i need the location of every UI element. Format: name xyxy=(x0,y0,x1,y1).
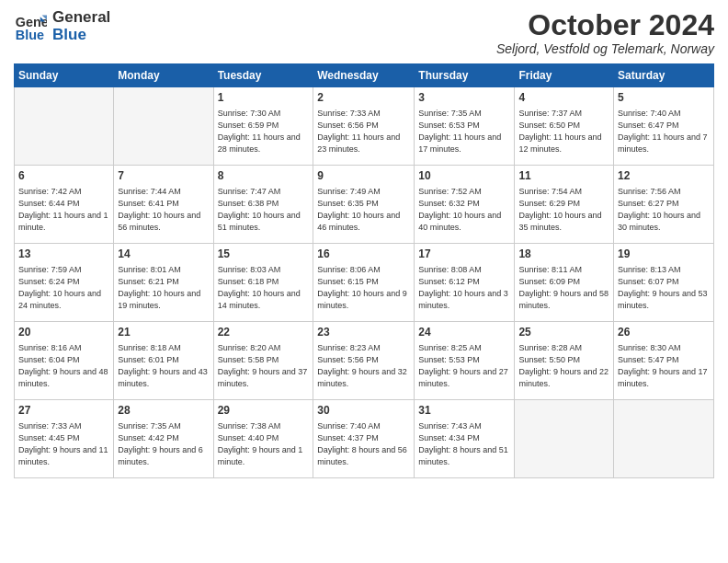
calendar-cell: 2Sunrise: 7:33 AM Sunset: 6:56 PM Daylig… xyxy=(313,87,415,166)
calendar-cell: 16Sunrise: 8:06 AM Sunset: 6:15 PM Dayli… xyxy=(313,244,415,322)
calendar-cell: 8Sunrise: 7:47 AM Sunset: 6:38 PM Daylig… xyxy=(213,166,313,244)
day-info: Sunrise: 7:42 AM Sunset: 6:44 PM Dayligh… xyxy=(18,186,109,234)
day-number: 28 xyxy=(118,403,209,419)
day-number: 14 xyxy=(118,247,209,262)
calendar-cell: 3Sunrise: 7:35 AM Sunset: 6:53 PM Daylig… xyxy=(415,87,515,166)
day-info: Sunrise: 8:06 AM Sunset: 6:15 PM Dayligh… xyxy=(317,264,410,312)
day-info: Sunrise: 7:30 AM Sunset: 6:59 PM Dayligh… xyxy=(218,108,310,155)
day-info: Sunrise: 7:40 AM Sunset: 6:47 PM Dayligh… xyxy=(618,108,710,155)
calendar-header-row: SundayMondayTuesdayWednesdayThursdayFrid… xyxy=(15,64,714,87)
calendar-cell: 21Sunrise: 8:18 AM Sunset: 6:01 PM Dayli… xyxy=(114,322,213,400)
calendar-cell: 27Sunrise: 7:33 AM Sunset: 4:45 PM Dayli… xyxy=(15,400,114,478)
day-info: Sunrise: 8:28 AM Sunset: 5:50 PM Dayligh… xyxy=(518,342,609,390)
calendar-cell xyxy=(614,400,714,478)
day-number: 25 xyxy=(518,325,609,340)
calendar-cell: 9Sunrise: 7:49 AM Sunset: 6:35 PM Daylig… xyxy=(313,166,415,244)
day-info: Sunrise: 7:40 AM Sunset: 4:37 PM Dayligh… xyxy=(317,420,410,468)
day-number: 2 xyxy=(317,90,410,106)
weekday-header-tuesday: Tuesday xyxy=(213,64,313,87)
day-number: 21 xyxy=(118,325,209,340)
day-number: 1 xyxy=(218,90,310,106)
calendar-cell: 4Sunrise: 7:37 AM Sunset: 6:50 PM Daylig… xyxy=(515,87,614,166)
calendar-week-3: 13Sunrise: 7:59 AM Sunset: 6:24 PM Dayli… xyxy=(15,244,714,322)
day-number: 7 xyxy=(118,168,209,184)
calendar-cell: 11Sunrise: 7:54 AM Sunset: 6:29 PM Dayli… xyxy=(515,166,614,244)
day-number: 29 xyxy=(218,403,310,419)
day-number: 5 xyxy=(618,90,710,106)
calendar-cell: 24Sunrise: 8:25 AM Sunset: 5:53 PM Dayli… xyxy=(415,322,515,400)
calendar-body: 1Sunrise: 7:30 AM Sunset: 6:59 PM Daylig… xyxy=(15,87,714,478)
day-info: Sunrise: 7:37 AM Sunset: 6:50 PM Dayligh… xyxy=(518,108,609,155)
calendar-cell: 14Sunrise: 8:01 AM Sunset: 6:21 PM Dayli… xyxy=(114,244,213,322)
day-number: 31 xyxy=(418,403,510,419)
day-number: 12 xyxy=(618,168,710,184)
day-info: Sunrise: 8:11 AM Sunset: 6:09 PM Dayligh… xyxy=(518,264,609,312)
day-number: 11 xyxy=(518,168,609,184)
calendar-week-4: 20Sunrise: 8:16 AM Sunset: 6:04 PM Dayli… xyxy=(15,322,714,400)
day-info: Sunrise: 7:54 AM Sunset: 6:29 PM Dayligh… xyxy=(518,186,609,234)
logo: General Blue General Blue xyxy=(14,9,110,43)
calendar-cell: 6Sunrise: 7:42 AM Sunset: 6:44 PM Daylig… xyxy=(15,166,114,244)
weekday-header-monday: Monday xyxy=(114,64,213,87)
calendar-cell: 30Sunrise: 7:40 AM Sunset: 4:37 PM Dayli… xyxy=(313,400,415,478)
header: General Blue General Blue October 2024 S… xyxy=(14,9,714,56)
calendar-cell: 15Sunrise: 8:03 AM Sunset: 6:18 PM Dayli… xyxy=(213,244,313,322)
day-info: Sunrise: 8:16 AM Sunset: 6:04 PM Dayligh… xyxy=(18,342,109,390)
title-area: October 2024 Seljord, Vestfold og Telema… xyxy=(496,9,714,56)
day-number: 10 xyxy=(418,168,510,184)
calendar-cell: 12Sunrise: 7:56 AM Sunset: 6:27 PM Dayli… xyxy=(614,166,714,244)
calendar-cell: 18Sunrise: 8:11 AM Sunset: 6:09 PM Dayli… xyxy=(515,244,614,322)
day-info: Sunrise: 8:13 AM Sunset: 6:07 PM Dayligh… xyxy=(618,264,710,312)
day-number: 4 xyxy=(518,90,609,106)
calendar-cell xyxy=(15,87,114,166)
logo-general: General xyxy=(52,9,110,27)
logo-blue: Blue xyxy=(52,27,110,44)
calendar-cell: 26Sunrise: 8:30 AM Sunset: 5:47 PM Dayli… xyxy=(614,322,714,400)
day-info: Sunrise: 7:44 AM Sunset: 6:41 PM Dayligh… xyxy=(118,186,209,234)
day-number: 15 xyxy=(218,247,310,262)
weekday-header-wednesday: Wednesday xyxy=(313,64,415,87)
day-info: Sunrise: 7:47 AM Sunset: 6:38 PM Dayligh… xyxy=(218,186,310,234)
day-info: Sunrise: 8:20 AM Sunset: 5:58 PM Dayligh… xyxy=(218,342,310,390)
calendar-cell: 13Sunrise: 7:59 AM Sunset: 6:24 PM Dayli… xyxy=(15,244,114,322)
calendar-cell: 28Sunrise: 7:35 AM Sunset: 4:42 PM Dayli… xyxy=(114,400,213,478)
weekday-header-friday: Friday xyxy=(515,64,614,87)
main-title: October 2024 xyxy=(496,9,714,41)
day-info: Sunrise: 7:38 AM Sunset: 4:40 PM Dayligh… xyxy=(218,420,310,468)
day-number: 13 xyxy=(18,247,109,262)
calendar-cell: 25Sunrise: 8:28 AM Sunset: 5:50 PM Dayli… xyxy=(515,322,614,400)
day-number: 3 xyxy=(418,90,510,106)
day-number: 9 xyxy=(317,168,410,184)
day-info: Sunrise: 8:25 AM Sunset: 5:53 PM Dayligh… xyxy=(418,342,510,390)
day-info: Sunrise: 7:35 AM Sunset: 6:53 PM Dayligh… xyxy=(418,108,510,155)
calendar-cell xyxy=(515,400,614,478)
page: General Blue General Blue October 2024 S… xyxy=(0,0,728,563)
calendar-cell: 20Sunrise: 8:16 AM Sunset: 6:04 PM Dayli… xyxy=(15,322,114,400)
calendar-cell: 17Sunrise: 8:08 AM Sunset: 6:12 PM Dayli… xyxy=(415,244,515,322)
day-number: 20 xyxy=(18,325,109,340)
day-info: Sunrise: 7:33 AM Sunset: 4:45 PM Dayligh… xyxy=(18,420,109,468)
subtitle: Seljord, Vestfold og Telemark, Norway xyxy=(496,41,714,56)
day-number: 23 xyxy=(317,325,410,340)
day-info: Sunrise: 7:52 AM Sunset: 6:32 PM Dayligh… xyxy=(418,186,510,234)
day-number: 24 xyxy=(418,325,510,340)
day-number: 16 xyxy=(317,247,410,262)
day-number: 19 xyxy=(618,247,710,262)
day-info: Sunrise: 8:08 AM Sunset: 6:12 PM Dayligh… xyxy=(418,264,510,312)
calendar-cell: 7Sunrise: 7:44 AM Sunset: 6:41 PM Daylig… xyxy=(114,166,213,244)
weekday-header-sunday: Sunday xyxy=(15,64,114,87)
day-info: Sunrise: 7:35 AM Sunset: 4:42 PM Dayligh… xyxy=(118,420,209,468)
day-number: 22 xyxy=(218,325,310,340)
day-info: Sunrise: 8:18 AM Sunset: 6:01 PM Dayligh… xyxy=(118,342,209,390)
day-info: Sunrise: 8:03 AM Sunset: 6:18 PM Dayligh… xyxy=(218,264,310,312)
calendar-cell: 19Sunrise: 8:13 AM Sunset: 6:07 PM Dayli… xyxy=(614,244,714,322)
day-info: Sunrise: 8:30 AM Sunset: 5:47 PM Dayligh… xyxy=(618,342,710,390)
day-info: Sunrise: 7:33 AM Sunset: 6:56 PM Dayligh… xyxy=(317,108,410,155)
calendar-week-2: 6Sunrise: 7:42 AM Sunset: 6:44 PM Daylig… xyxy=(15,166,714,244)
calendar-cell: 5Sunrise: 7:40 AM Sunset: 6:47 PM Daylig… xyxy=(614,87,714,166)
calendar-week-5: 27Sunrise: 7:33 AM Sunset: 4:45 PM Dayli… xyxy=(15,400,714,478)
calendar-cell xyxy=(114,87,213,166)
day-number: 8 xyxy=(218,168,310,184)
day-number: 6 xyxy=(18,168,109,184)
day-number: 18 xyxy=(518,247,609,262)
